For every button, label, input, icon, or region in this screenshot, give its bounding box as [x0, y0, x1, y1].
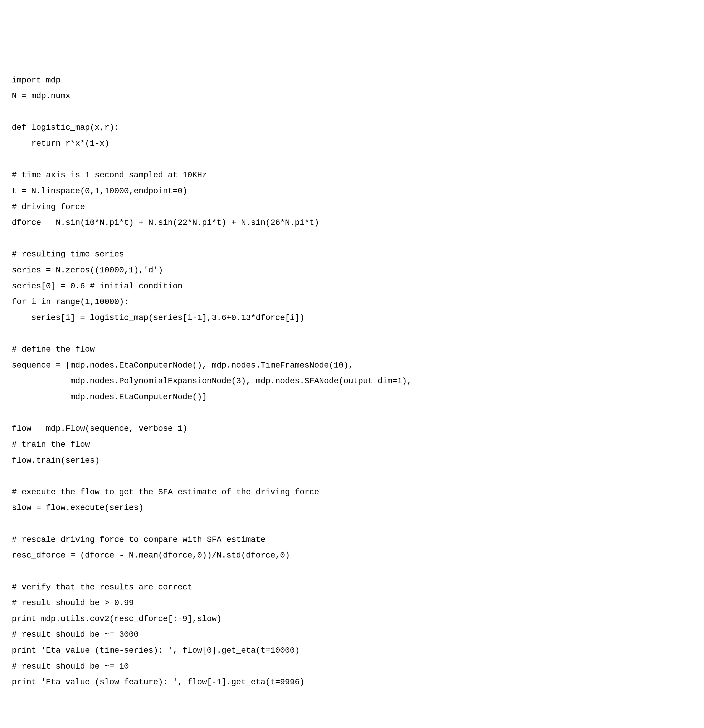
code-line: # driving force — [12, 202, 85, 212]
code-line: sequence = [mdp.nodes.EtaComputerNode(),… — [12, 361, 353, 370]
code-line: series = N.zeros((10000,1),'d') — [12, 266, 163, 275]
code-line: series[i] = logistic_map(series[i-1],3.6… — [12, 313, 304, 322]
code-line: # train the flow — [12, 440, 90, 449]
code-line: # define the flow — [12, 345, 95, 354]
code-line: N = mdp.numx — [12, 91, 70, 100]
code-line: # time axis is 1 second sampled at 10KHz — [12, 170, 207, 180]
code-line: flow = mdp.Flow(sequence, verbose=1) — [12, 424, 187, 433]
code-block: import mdp N = mdp.numx def logistic_map… — [12, 72, 692, 690]
code-line: return r*x*(1-x) — [12, 139, 109, 148]
code-line: series[0] = 0.6 # initial condition — [12, 282, 183, 291]
code-line: for i in range(1,10000): — [12, 297, 129, 306]
code-line: # rescale driving force to compare with … — [12, 535, 265, 544]
code-line: t = N.linspace(0,1,10000,endpoint=0) — [12, 186, 187, 196]
code-line: # result should be ~= 3000 — [12, 630, 139, 639]
code-line: print 'Eta value (time-series): ', flow[… — [12, 646, 300, 655]
code-line: import mdp — [12, 76, 61, 85]
code-line: # result should be ~= 10 — [12, 662, 129, 671]
code-line: # execute the flow to get the SFA estima… — [12, 487, 319, 497]
code-line: print mdp.utils.cov2(resc_dforce[:-9],sl… — [12, 614, 222, 623]
code-line: slow = flow.execute(series) — [12, 503, 144, 512]
code-line: mdp.nodes.PolynomialExpansionNode(3), md… — [12, 376, 412, 386]
code-line: resc_dforce = (dforce - N.mean(dforce,0)… — [12, 551, 290, 560]
code-line: print 'Eta value (slow feature): ', flow… — [12, 677, 304, 687]
code-line: mdp.nodes.EtaComputerNode()] — [12, 392, 207, 402]
code-line: # result should be > 0.99 — [12, 598, 134, 607]
code-line: # verify that the results are correct — [12, 583, 192, 592]
code-line: # resulting time series — [12, 250, 124, 259]
code-line: flow.train(series) — [12, 456, 100, 465]
code-line: dforce = N.sin(10*N.pi*t) + N.sin(22*N.p… — [12, 218, 319, 227]
code-line: def logistic_map(x,r): — [12, 123, 119, 132]
